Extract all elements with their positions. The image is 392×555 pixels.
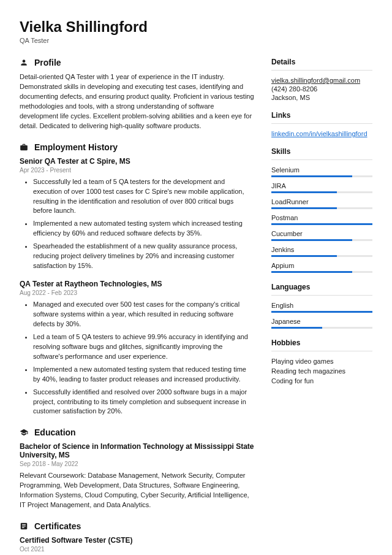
skill-bar-fill — [271, 175, 352, 177]
skill-item: Jenkins — [271, 246, 372, 257]
divider — [271, 159, 372, 160]
languages-heading: Languages — [271, 283, 372, 291]
skill-bar — [271, 255, 372, 257]
briefcase-icon — [20, 143, 28, 151]
person-name: Vielka Shillingford — [20, 18, 372, 36]
columns: Profile Detail-oriented QA Tester with 1… — [20, 58, 372, 555]
profile-text: Detail-oriented QA Tester with 1 year of… — [20, 72, 254, 131]
skill-item: English — [271, 302, 372, 313]
skill-bar-fill — [271, 239, 352, 241]
bullet: Successfully led a team of 5 QA testers … — [33, 177, 254, 216]
skill-item: LoadRunner — [271, 198, 372, 209]
skill-bar-fill — [271, 191, 337, 193]
skill-bar — [271, 175, 372, 177]
job-title: QA Tester at Raytheon Technologies, MS — [20, 280, 254, 288]
skill-bar — [271, 239, 372, 241]
job-dates: Aug 2022 - Feb 2023 — [20, 289, 254, 296]
skill-bar — [271, 223, 372, 225]
cap-icon — [20, 428, 28, 437]
skill-item: Appium — [271, 262, 372, 273]
certificates-section: Certificates Certified Software Tester (… — [20, 521, 254, 553]
details-block: Details vielka.shillingford@gmail.com (4… — [271, 58, 372, 101]
skill-bar — [271, 271, 372, 273]
skill-name: Cucumber — [271, 230, 372, 237]
profile-section: Profile Detail-oriented QA Tester with 1… — [20, 58, 254, 131]
bullet: Implemented a new automated testing syst… — [33, 219, 254, 239]
languages-block: Languages EnglishJapanese — [271, 283, 372, 329]
email-link[interactable]: vielka.shillingford@gmail.com — [271, 77, 372, 84]
skill-bar-fill — [271, 255, 337, 257]
location: Jackson, MS — [271, 94, 372, 101]
divider — [271, 70, 372, 71]
skill-bar-fill — [271, 271, 352, 273]
education-section: Education Bachelor of Science in Informa… — [20, 427, 254, 510]
skill-item: Postman — [271, 214, 372, 225]
profile-heading: Profile — [34, 58, 61, 67]
skills-block: Skills SeleniumJIRALoadRunnerPostmanCucu… — [271, 147, 372, 273]
divider — [271, 295, 372, 296]
left-column: Profile Detail-oriented QA Tester with 1… — [20, 58, 254, 555]
hobby-item: Coding for fun — [271, 377, 372, 385]
skill-bar — [271, 191, 372, 193]
job-bullets: Managed and executed over 500 test cases… — [20, 300, 254, 416]
skill-item: Selenium — [271, 166, 372, 177]
skill-bar-fill — [271, 207, 337, 209]
linkedin-link[interactable]: linkedin.com/in/vielkashillingford — [271, 130, 368, 137]
skill-name: LoadRunner — [271, 198, 372, 205]
phone: (424) 280-8206 — [271, 85, 372, 93]
skill-item: Japanese — [271, 318, 372, 329]
skill-name: Selenium — [271, 166, 372, 174]
skill-name: Jenkins — [271, 246, 372, 253]
divider — [271, 351, 372, 351]
job-bullets: Successfully led a team of 5 QA testers … — [20, 177, 254, 271]
hobby-item: Reading tech magazines — [271, 367, 372, 375]
skill-bar — [271, 207, 372, 209]
job-dates: Apr 2023 - Present — [20, 167, 254, 174]
bullet: Successfully identified and resolved ove… — [33, 388, 254, 417]
hobbies-heading: Hobbies — [271, 339, 372, 347]
divider — [271, 123, 372, 124]
employment-section: Employment History Senior QA Tester at C… — [20, 142, 254, 417]
skill-bar — [271, 327, 372, 329]
skill-name: English — [271, 302, 372, 309]
skill-item: Cucumber — [271, 230, 372, 241]
skill-bar — [271, 311, 372, 313]
certificates-heading: Certificates — [34, 521, 81, 531]
person-title: QA Tester — [20, 37, 372, 44]
skills-heading: Skills — [271, 147, 372, 156]
links-block: Links linkedin.com/in/vielkashillingford — [271, 111, 372, 137]
education-heading: Education — [34, 427, 76, 437]
header: Vielka Shillingford QA Tester — [20, 18, 372, 44]
hobby-item: Playing video games — [271, 358, 372, 365]
cert-dates: Oct 2021 — [20, 546, 254, 553]
bullet: Spearheaded the establishment of a new q… — [33, 242, 254, 271]
job: Senior QA Tester at C Spire, MSApr 2023 … — [20, 157, 254, 271]
links-heading: Links — [271, 111, 372, 120]
bullet: Led a team of 5 QA testers to achieve 99… — [33, 332, 254, 362]
skill-bar-fill — [271, 223, 372, 225]
skill-bar-fill — [271, 327, 322, 329]
details-heading: Details — [271, 58, 372, 66]
certificate-icon — [20, 522, 28, 530]
person-icon — [20, 58, 28, 67]
bullet: Implemented a new automated testing syst… — [33, 365, 254, 385]
job: QA Tester at Raytheon Technologies, MSAu… — [20, 280, 254, 416]
skill-name: Postman — [271, 214, 372, 221]
bullet: Managed and executed over 500 test cases… — [33, 300, 254, 329]
right-column: Details vielka.shillingford@gmail.com (4… — [271, 58, 372, 555]
cert-title: Certified Software Tester (CSTE) — [20, 536, 254, 545]
skill-item: JIRA — [271, 182, 372, 193]
job-title: Senior QA Tester at C Spire, MS — [20, 157, 254, 166]
skill-name: Japanese — [271, 318, 372, 325]
skill-name: Appium — [271, 262, 372, 269]
skill-bar-fill — [271, 311, 372, 313]
employment-heading: Employment History — [34, 142, 118, 152]
degree-dates: Sep 2018 - May 2022 — [20, 461, 254, 467]
degree-title: Bachelor of Science in Information Techn… — [20, 442, 254, 459]
hobbies-block: Hobbies Playing video gamesReading tech … — [271, 339, 372, 385]
coursework: Relevant Coursework: Database Management… — [20, 471, 254, 510]
skill-name: JIRA — [271, 182, 372, 189]
